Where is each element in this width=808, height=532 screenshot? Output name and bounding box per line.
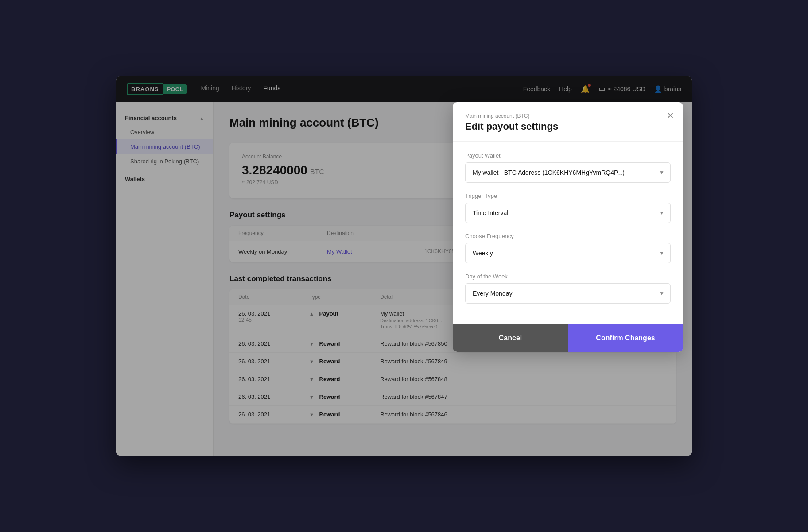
trigger-type-label: Trigger Type — [465, 193, 671, 199]
frequency-select[interactable]: Weekly — [465, 243, 671, 263]
frequency-label: Choose Frequency — [465, 233, 671, 239]
day-of-week-label: Day of the Week — [465, 273, 671, 280]
modal-body: Payout Wallet My wallet - BTC Address (1… — [453, 142, 683, 324]
trigger-type-select[interactable]: Time Interval — [465, 203, 671, 223]
modal-subtitle: Main mining account (BTC) — [465, 113, 671, 119]
trigger-type-select-wrapper: Time Interval ▼ — [465, 203, 671, 223]
payout-wallet-select-wrapper: My wallet - BTC Address (1CK6KHY6MHgYvmR… — [465, 162, 671, 183]
payout-wallet-select[interactable]: My wallet - BTC Address (1CK6KHY6MHgYvmR… — [465, 162, 671, 183]
modal-header: Main mining account (BTC) Edit payout se… — [453, 102, 683, 142]
payout-wallet-label: Payout Wallet — [465, 152, 671, 159]
edit-payout-modal: Main mining account (BTC) Edit payout se… — [453, 102, 683, 352]
frequency-group: Choose Frequency Weekly ▼ — [465, 233, 671, 263]
modal-title: Edit payout settings — [465, 121, 671, 132]
day-of-week-group: Day of the Week Every Monday ▼ — [465, 273, 671, 304]
trigger-type-group: Trigger Type Time Interval ▼ — [465, 193, 671, 223]
payout-wallet-group: Payout Wallet My wallet - BTC Address (1… — [465, 152, 671, 183]
screen-wrapper: BRAΩNS POOL Mining History Funds Feedbac… — [116, 76, 692, 456]
frequency-select-wrapper: Weekly ▼ — [465, 243, 671, 263]
modal-footer: Cancel Confirm Changes — [453, 324, 683, 352]
day-of-week-select[interactable]: Every Monday — [465, 283, 671, 304]
day-of-week-select-wrapper: Every Monday ▼ — [465, 283, 671, 304]
cancel-button[interactable]: Cancel — [453, 324, 568, 352]
modal-overlay: Main mining account (BTC) Edit payout se… — [116, 76, 692, 456]
confirm-changes-button[interactable]: Confirm Changes — [568, 324, 683, 352]
modal-close-button[interactable]: ✕ — [667, 111, 674, 120]
